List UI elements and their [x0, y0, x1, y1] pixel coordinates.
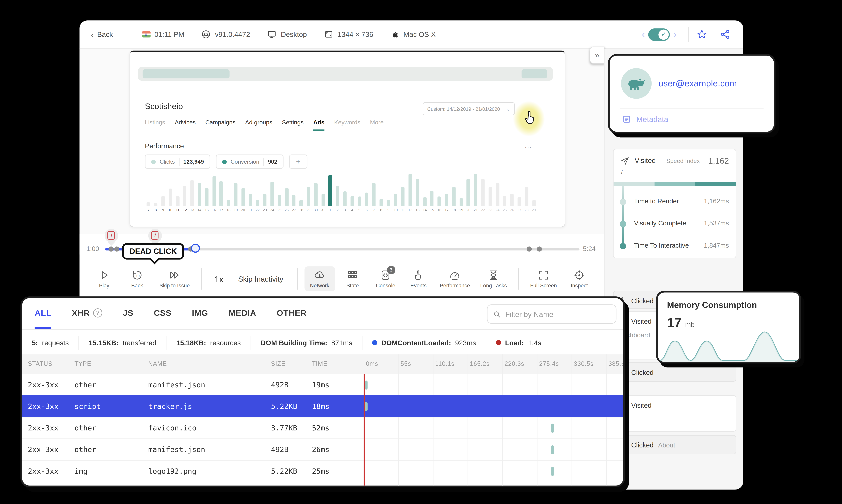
network-tab-css[interactable]: CSS — [154, 298, 172, 329]
size-cell: 5.22KB — [271, 402, 297, 411]
bar-chart-x-labels: 7891011121314151617181920212223242526272… — [145, 206, 537, 212]
skip-forward-icon — [168, 269, 180, 281]
avatar — [621, 68, 651, 99]
rewind-10-icon: 10 — [131, 269, 143, 281]
speed-index-label: Speed Index — [666, 157, 700, 164]
long-tasks-panel-button[interactable]: Long Tasks — [476, 266, 511, 291]
x-label: 7 — [370, 208, 378, 212]
bar-fill — [205, 188, 208, 206]
network-stat: 15.15KB: transferred — [78, 336, 166, 349]
full-screen-button[interactable]: Full Screen — [525, 266, 562, 291]
bar-fill — [343, 192, 346, 206]
x-label: 25 — [276, 208, 283, 212]
help-icon: ? — [93, 308, 102, 317]
site-tab-listings: Listings — [145, 119, 165, 131]
play-button[interactable]: Play — [89, 266, 120, 291]
network-tab-other[interactable]: OTHER — [277, 298, 307, 329]
x-label: 27 — [290, 208, 298, 212]
skip-inactivity-button[interactable]: Skip Inactivity — [231, 274, 290, 283]
performance-panel-button[interactable]: Performance — [436, 266, 474, 291]
time-tick-label: 0ms — [366, 360, 378, 367]
filter-field[interactable] — [487, 304, 616, 324]
bar — [407, 173, 414, 206]
timing-value: 1,162ms — [704, 198, 729, 204]
next-session-arrow[interactable]: › — [670, 29, 680, 40]
network-row-logo192.png[interactable]: 2xx-3xximglogo192.png5.22KB25ms — [22, 460, 623, 482]
player-controls: Play 10 Back Skip to Issue 1x Skip Inact… — [79, 261, 604, 296]
event-type: Clicked — [631, 368, 653, 376]
filter-input[interactable] — [505, 310, 610, 318]
status-cell: 2xx-3xx — [28, 467, 58, 475]
autoplay-toggle[interactable]: ✓ — [648, 28, 670, 40]
inspect-button[interactable]: Inspect — [564, 266, 595, 291]
name-cell: manifest.json — [148, 445, 205, 454]
size-cell: 492B — [271, 445, 288, 454]
bar-fill — [191, 180, 194, 206]
bar — [189, 173, 196, 206]
network-row-favicon.ico[interactable]: 2xx-3xxotherfavicon.ico3.77KB52ms — [22, 417, 623, 438]
x-label: 23 — [486, 208, 494, 212]
network-row-tracker.js[interactable]: 2xx-3xxscripttracker.js5.22KB18ms — [22, 395, 623, 417]
x-label: 19 — [458, 208, 465, 212]
bar — [239, 173, 247, 206]
prev-session-arrow[interactable]: ‹ — [639, 29, 648, 40]
network-tab-xhr[interactable]: XHR? — [72, 298, 102, 329]
status-dot — [372, 340, 377, 345]
speed-button[interactable]: 1x — [209, 274, 229, 284]
timing-value: 1,537ms — [704, 220, 729, 227]
collapse-panel-button[interactable]: » — [590, 47, 605, 64]
network-row-manifest.json[interactable]: 2xx-3xxothermanifest.json492B26ms — [22, 438, 623, 460]
back-10-button[interactable]: 10 Back — [122, 266, 153, 291]
bar — [181, 173, 189, 206]
network-row-manifest.json[interactable]: 2xx-3xxothermanifest.json492B19ms — [22, 374, 623, 395]
issue-marker-pin[interactable]: i — [104, 229, 118, 248]
x-label: 19 — [232, 208, 239, 212]
visited-event-card[interactable]: Visited Speed Index 1,162 / Time to Rend… — [613, 149, 736, 258]
clicked-event-card[interactable]: Clicked — [613, 362, 736, 382]
bar-chart-bars — [145, 173, 537, 206]
skip-to-issue-button[interactable]: Skip to Issue — [155, 266, 195, 291]
bar-fill — [518, 197, 521, 206]
chevron-down-icon: ⌄ — [502, 106, 514, 112]
chevron-left-icon: ‹ — [91, 30, 94, 39]
visited-event-card[interactable]: Visited — [613, 395, 736, 432]
tab-label: MEDIA — [229, 308, 256, 317]
bar-fill — [358, 196, 361, 206]
share-icon[interactable] — [720, 29, 731, 40]
metadata-button[interactable]: Metadata — [622, 115, 668, 124]
back-button[interactable]: ‹ Back — [91, 30, 113, 39]
site-tab-more: More — [370, 119, 383, 131]
state-panel-button[interactable]: State — [337, 266, 368, 291]
playhead[interactable] — [191, 244, 200, 253]
console-panel-button[interactable]: 3 Console — [370, 266, 401, 291]
bar-fill — [445, 194, 448, 206]
metric-badge-conversion: Conversion902 — [216, 155, 283, 169]
bar-fill — [198, 183, 201, 206]
network-panel-button[interactable]: Network — [304, 266, 335, 291]
x-label: 20 — [465, 208, 472, 212]
x-label: 7 — [145, 208, 152, 212]
bar — [479, 173, 486, 206]
x-label: 27 — [516, 208, 523, 212]
site-header-skeleton — [138, 67, 553, 80]
event-target: About — [658, 442, 675, 448]
bar — [174, 173, 181, 206]
bar — [494, 173, 501, 206]
site-performance-heading: Performance — [145, 142, 184, 150]
network-tab-all[interactable]: ALL — [35, 298, 51, 329]
network-tab-js[interactable]: JS — [123, 298, 133, 329]
os-label: Mac OS X — [403, 30, 436, 38]
event-type: Visited — [631, 317, 651, 325]
favorite-star-icon[interactable] — [697, 29, 707, 40]
network-tab-img[interactable]: IMG — [192, 298, 208, 329]
site-metric-badges: Clicks123,949Conversion902+ — [145, 155, 307, 169]
memory-title: Memory Consumption — [667, 300, 757, 309]
network-tab-media[interactable]: MEDIA — [229, 298, 256, 329]
events-panel-button[interactable]: Events — [403, 266, 434, 291]
segment — [695, 182, 736, 186]
user-email[interactable]: user@example.com — [659, 78, 737, 89]
request-timing-bar — [551, 445, 554, 454]
clicked-event-card[interactable]: ClickedAbout — [613, 435, 736, 454]
tab-label: JS — [123, 308, 133, 317]
device-label: Desktop — [281, 30, 307, 38]
